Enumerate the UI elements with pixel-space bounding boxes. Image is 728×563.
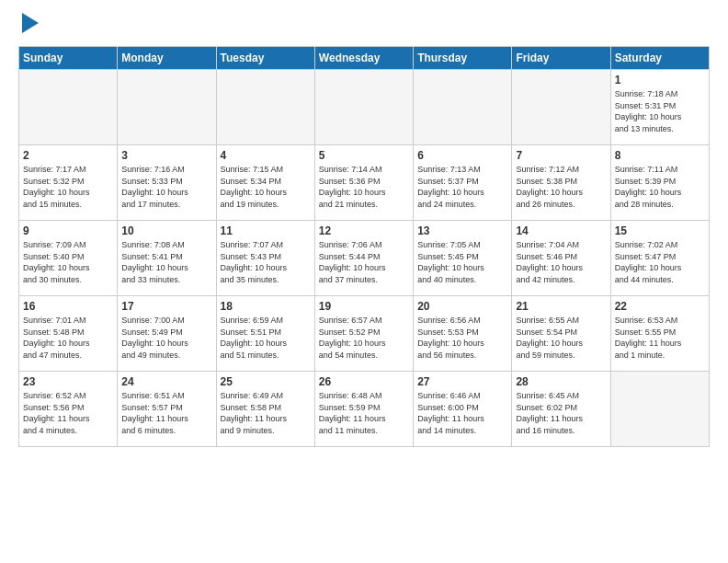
calendar-cell bbox=[314, 70, 413, 145]
calendar-cell bbox=[216, 70, 314, 145]
calendar-week-row: 16Sunrise: 7:01 AM Sunset: 5:48 PM Dayli… bbox=[19, 296, 710, 372]
day-info: Sunrise: 7:09 AM Sunset: 5:40 PM Dayligh… bbox=[23, 239, 113, 285]
logo bbox=[18, 17, 39, 37]
day-number: 27 bbox=[417, 375, 507, 388]
calendar-cell: 28Sunrise: 6:45 AM Sunset: 6:02 PM Dayli… bbox=[512, 372, 610, 447]
day-number: 25 bbox=[221, 375, 311, 388]
calendar-cell: 22Sunrise: 6:53 AM Sunset: 5:55 PM Dayli… bbox=[610, 296, 709, 372]
calendar-day-header: Wednesday bbox=[314, 47, 413, 70]
day-info: Sunrise: 6:57 AM Sunset: 5:52 PM Dayligh… bbox=[319, 315, 409, 361]
calendar-cell: 5Sunrise: 7:14 AM Sunset: 5:36 PM Daylig… bbox=[314, 145, 413, 221]
day-number: 24 bbox=[121, 375, 211, 388]
calendar-cell bbox=[610, 372, 709, 447]
calendar-cell: 4Sunrise: 7:15 AM Sunset: 5:34 PM Daylig… bbox=[216, 145, 314, 221]
calendar-cell: 13Sunrise: 7:05 AM Sunset: 5:45 PM Dayli… bbox=[414, 221, 512, 296]
day-number: 20 bbox=[417, 300, 507, 313]
calendar-cell: 27Sunrise: 6:46 AM Sunset: 6:00 PM Dayli… bbox=[414, 372, 512, 447]
day-number: 8 bbox=[615, 149, 705, 162]
calendar-week-row: 1Sunrise: 7:18 AM Sunset: 5:31 PM Daylig… bbox=[19, 70, 710, 145]
calendar-cell: 12Sunrise: 7:06 AM Sunset: 5:44 PM Dayli… bbox=[314, 221, 413, 296]
day-number: 21 bbox=[516, 300, 606, 313]
day-info: Sunrise: 6:55 AM Sunset: 5:54 PM Dayligh… bbox=[516, 315, 606, 361]
calendar-week-row: 9Sunrise: 7:09 AM Sunset: 5:40 PM Daylig… bbox=[19, 221, 710, 296]
calendar-cell: 15Sunrise: 7:02 AM Sunset: 5:47 PM Dayli… bbox=[610, 221, 709, 296]
calendar-cell bbox=[19, 70, 118, 145]
calendar-day-header: Thursday bbox=[414, 47, 512, 70]
day-info: Sunrise: 7:04 AM Sunset: 5:46 PM Dayligh… bbox=[516, 239, 606, 285]
day-info: Sunrise: 7:14 AM Sunset: 5:36 PM Dayligh… bbox=[319, 164, 409, 210]
day-info: Sunrise: 6:53 AM Sunset: 5:55 PM Dayligh… bbox=[615, 315, 705, 361]
day-number: 4 bbox=[221, 149, 311, 162]
header bbox=[18, 17, 710, 37]
calendar-day-header: Saturday bbox=[610, 47, 709, 70]
calendar-cell: 21Sunrise: 6:55 AM Sunset: 5:54 PM Dayli… bbox=[512, 296, 610, 372]
day-number: 16 bbox=[23, 300, 113, 313]
svg-marker-0 bbox=[22, 13, 39, 33]
day-number: 19 bbox=[319, 300, 409, 313]
day-info: Sunrise: 7:15 AM Sunset: 5:34 PM Dayligh… bbox=[221, 164, 311, 210]
day-number: 10 bbox=[121, 224, 211, 237]
day-number: 23 bbox=[23, 375, 113, 388]
calendar-cell: 26Sunrise: 6:48 AM Sunset: 5:59 PM Dayli… bbox=[314, 372, 413, 447]
calendar-cell: 14Sunrise: 7:04 AM Sunset: 5:46 PM Dayli… bbox=[512, 221, 610, 296]
day-number: 1 bbox=[615, 74, 705, 86]
day-info: Sunrise: 7:01 AM Sunset: 5:48 PM Dayligh… bbox=[23, 315, 113, 361]
calendar-cell: 19Sunrise: 6:57 AM Sunset: 5:52 PM Dayli… bbox=[314, 296, 413, 372]
day-number: 5 bbox=[319, 149, 409, 162]
calendar-cell: 2Sunrise: 7:17 AM Sunset: 5:32 PM Daylig… bbox=[19, 145, 118, 221]
day-number: 9 bbox=[23, 224, 113, 237]
calendar-cell bbox=[414, 70, 512, 145]
day-number: 12 bbox=[319, 224, 409, 237]
calendar-header-row: SundayMondayTuesdayWednesdayThursdayFrid… bbox=[19, 47, 710, 70]
calendar-week-row: 2Sunrise: 7:17 AM Sunset: 5:32 PM Daylig… bbox=[19, 145, 710, 221]
day-info: Sunrise: 7:08 AM Sunset: 5:41 PM Dayligh… bbox=[121, 239, 211, 285]
calendar-day-header: Monday bbox=[118, 47, 216, 70]
day-info: Sunrise: 6:59 AM Sunset: 5:51 PM Dayligh… bbox=[221, 315, 311, 361]
calendar-cell: 3Sunrise: 7:16 AM Sunset: 5:33 PM Daylig… bbox=[118, 145, 216, 221]
day-info: Sunrise: 7:12 AM Sunset: 5:38 PM Dayligh… bbox=[516, 164, 606, 210]
day-info: Sunrise: 6:45 AM Sunset: 6:02 PM Dayligh… bbox=[516, 390, 606, 436]
calendar-cell: 10Sunrise: 7:08 AM Sunset: 5:41 PM Dayli… bbox=[118, 221, 216, 296]
day-info: Sunrise: 6:52 AM Sunset: 5:56 PM Dayligh… bbox=[23, 390, 113, 436]
page: SundayMondayTuesdayWednesdayThursdayFrid… bbox=[0, 0, 728, 563]
day-number: 15 bbox=[615, 224, 705, 237]
calendar-cell: 24Sunrise: 6:51 AM Sunset: 5:57 PM Dayli… bbox=[118, 372, 216, 447]
day-number: 22 bbox=[615, 300, 705, 313]
calendar-cell: 9Sunrise: 7:09 AM Sunset: 5:40 PM Daylig… bbox=[19, 221, 118, 296]
day-info: Sunrise: 7:06 AM Sunset: 5:44 PM Dayligh… bbox=[319, 239, 409, 285]
day-number: 13 bbox=[417, 224, 507, 237]
day-info: Sunrise: 7:05 AM Sunset: 5:45 PM Dayligh… bbox=[417, 239, 507, 285]
calendar-cell: 17Sunrise: 7:00 AM Sunset: 5:49 PM Dayli… bbox=[118, 296, 216, 372]
day-info: Sunrise: 7:16 AM Sunset: 5:33 PM Dayligh… bbox=[121, 164, 211, 210]
calendar-cell: 23Sunrise: 6:52 AM Sunset: 5:56 PM Dayli… bbox=[19, 372, 118, 447]
day-info: Sunrise: 6:48 AM Sunset: 5:59 PM Dayligh… bbox=[319, 390, 409, 436]
day-number: 11 bbox=[221, 224, 311, 237]
logo-arrow-icon bbox=[22, 13, 39, 33]
calendar-cell: 20Sunrise: 6:56 AM Sunset: 5:53 PM Dayli… bbox=[414, 296, 512, 372]
day-info: Sunrise: 6:46 AM Sunset: 6:00 PM Dayligh… bbox=[417, 390, 507, 436]
day-info: Sunrise: 6:51 AM Sunset: 5:57 PM Dayligh… bbox=[121, 390, 211, 436]
day-number: 17 bbox=[121, 300, 211, 313]
calendar-cell: 6Sunrise: 7:13 AM Sunset: 5:37 PM Daylig… bbox=[414, 145, 512, 221]
day-number: 26 bbox=[319, 375, 409, 388]
calendar-cell bbox=[512, 70, 610, 145]
day-number: 7 bbox=[516, 149, 606, 162]
calendar-week-row: 23Sunrise: 6:52 AM Sunset: 5:56 PM Dayli… bbox=[19, 372, 710, 447]
calendar-cell bbox=[118, 70, 216, 145]
calendar-day-header: Tuesday bbox=[216, 47, 314, 70]
day-info: Sunrise: 7:00 AM Sunset: 5:49 PM Dayligh… bbox=[121, 315, 211, 361]
day-info: Sunrise: 7:17 AM Sunset: 5:32 PM Dayligh… bbox=[23, 164, 113, 210]
day-info: Sunrise: 6:49 AM Sunset: 5:58 PM Dayligh… bbox=[221, 390, 311, 436]
calendar-cell: 7Sunrise: 7:12 AM Sunset: 5:38 PM Daylig… bbox=[512, 145, 610, 221]
day-number: 6 bbox=[417, 149, 507, 162]
day-number: 28 bbox=[516, 375, 606, 388]
day-info: Sunrise: 7:02 AM Sunset: 5:47 PM Dayligh… bbox=[615, 239, 705, 285]
calendar-cell: 11Sunrise: 7:07 AM Sunset: 5:43 PM Dayli… bbox=[216, 221, 314, 296]
calendar-cell: 8Sunrise: 7:11 AM Sunset: 5:39 PM Daylig… bbox=[610, 145, 709, 221]
calendar-table: SundayMondayTuesdayWednesdayThursdayFrid… bbox=[18, 46, 710, 447]
calendar-cell: 16Sunrise: 7:01 AM Sunset: 5:48 PM Dayli… bbox=[19, 296, 118, 372]
day-info: Sunrise: 7:11 AM Sunset: 5:39 PM Dayligh… bbox=[615, 164, 705, 210]
calendar-day-header: Sunday bbox=[19, 47, 118, 70]
day-number: 14 bbox=[516, 224, 606, 237]
day-info: Sunrise: 7:18 AM Sunset: 5:31 PM Dayligh… bbox=[615, 88, 705, 134]
